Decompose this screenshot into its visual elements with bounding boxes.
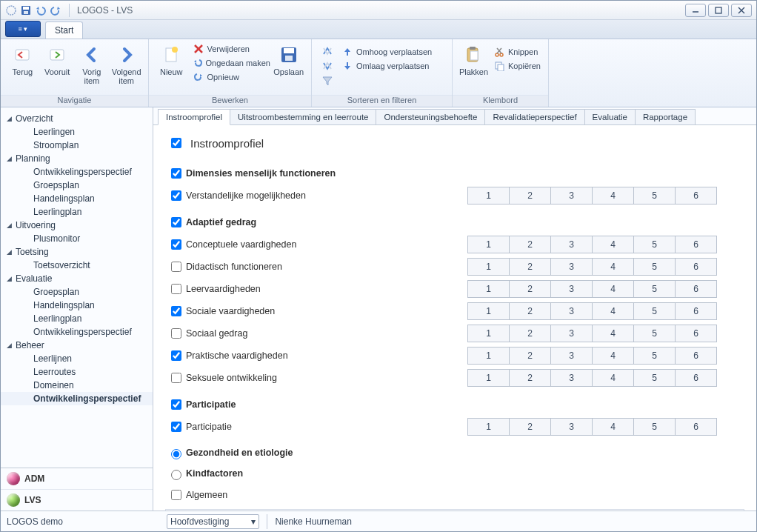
scale-cell[interactable]: 3 [550,347,593,365]
scale-cell[interactable]: 3 [550,280,593,298]
scale-cell[interactable]: 1 [467,347,510,365]
tree-item[interactable]: Leerlingplan [1,312,153,325]
nav-back-button[interactable]: Terug [5,42,40,78]
scale-cell[interactable]: 1 [467,302,510,320]
minimize-button[interactable] [685,4,706,17]
scale-cell[interactable]: 5 [633,369,676,387]
scale-cell[interactable]: 4 [592,280,634,298]
delete-button[interactable]: Verwijderen [190,42,271,56]
tree-item[interactable]: Ontwikkelingsperspectief [1,165,153,179]
scale-cell[interactable]: 5 [633,280,676,298]
tree-item[interactable]: Groepsplan [1,179,153,192]
scale-cell[interactable]: 6 [675,258,717,276]
scale-cell[interactable]: 1 [467,187,510,205]
scale-cell[interactable]: 2 [509,325,551,342]
save-icon[interactable] [20,4,32,16]
item-checkbox[interactable] [171,239,181,250]
redo-button[interactable]: Opnieuw [190,70,271,84]
scale-cell[interactable]: 4 [592,236,634,253]
app-backstage-button[interactable]: ≡ ▾ [5,21,41,37]
scale-cell[interactable]: 1 [467,325,510,342]
tree-item[interactable]: Leerroutes [1,365,153,379]
scale-cell[interactable]: 3 [550,258,593,276]
scale-cell[interactable]: 2 [509,347,551,365]
filter-icon[interactable] [321,75,333,87]
scale-cell[interactable]: 2 [509,369,551,387]
panel-title-checkbox[interactable] [171,138,181,148]
copy-button[interactable]: Kopiëren [490,59,544,73]
scale-cell[interactable]: 6 [675,347,717,365]
close-button[interactable] [731,4,752,17]
scale-cell[interactable]: 5 [633,236,676,253]
scale-cell[interactable]: 3 [550,369,593,387]
scale-cell[interactable]: 4 [592,258,634,276]
item-checkbox[interactable] [171,306,181,316]
section-adaptief-checkbox[interactable] [171,217,181,227]
scale-cell[interactable]: 4 [592,418,634,436]
sort-asc-icon[interactable] [321,45,333,57]
scale-cell[interactable]: 6 [675,369,717,387]
tree-item[interactable]: Groepsplan [1,285,153,299]
scale-cell[interactable]: 5 [633,187,676,205]
tree-item[interactable]: Ontwikkelingsperspectief [1,325,153,339]
location-combo[interactable]: Hoofdvestiging ▾ [167,514,259,529]
section-dimensies-checkbox[interactable] [171,168,181,179]
cut-button[interactable]: Knippen [490,45,544,59]
nav-forward-button[interactable]: Vooruit [40,42,75,78]
tree-group-planning[interactable]: ◢Planning [1,152,153,165]
content-tab[interactable]: Ondersteuningsbehoefte [376,109,485,124]
item-checkbox[interactable] [171,350,181,361]
app-menu-icon[interactable] [5,4,17,16]
tree-group-overzicht[interactable]: ◢Overzicht [1,112,153,125]
scale-cell[interactable]: 1 [467,236,510,253]
scale-cell[interactable]: 3 [550,302,593,320]
scale-cell[interactable]: 3 [550,236,593,253]
scale-cell[interactable]: 4 [592,187,634,205]
tree-group-evaluatie[interactable]: ◢Evaluatie [1,272,153,285]
move-down-button[interactable]: Omlaag verplaatsen [339,59,435,73]
scale-cell[interactable]: 6 [675,187,717,205]
scale-cell[interactable]: 2 [509,302,551,320]
scale-cell[interactable]: 3 [550,325,593,342]
scale-cell[interactable]: 6 [675,325,717,342]
content-tab[interactable]: Instroomprofiel [158,109,230,125]
new-button[interactable]: Nieuw [153,42,190,78]
sort-desc-icon[interactable] [321,60,333,72]
scale-cell[interactable]: 1 [467,258,510,276]
scale-cell[interactable]: 5 [633,418,676,436]
scale-cell[interactable]: 4 [592,325,634,342]
tree-group-beheer[interactable]: ◢Beheer [1,339,153,352]
scale-cell[interactable]: 5 [633,347,676,365]
scale-cell[interactable]: 4 [592,347,634,365]
tree-item[interactable]: Toetsoverzicht [1,259,153,272]
item-checkbox[interactable] [171,328,181,339]
nav-next-item-button[interactable]: Volgend item [109,42,144,87]
move-up-button[interactable]: Omhoog verplaatsen [339,45,435,59]
item-checkbox[interactable] [171,284,181,294]
scale-cell[interactable]: 2 [509,280,551,298]
tree-item[interactable]: Handelingsplan [1,192,153,205]
scale-cell[interactable]: 2 [509,187,551,205]
scale-cell[interactable]: 6 [675,302,717,320]
scale-cell[interactable]: 1 [467,369,510,387]
tree-group-toetsing[interactable]: ◢Toetsing [1,245,153,259]
undo-icon[interactable] [35,4,47,16]
tree-item[interactable]: Ontwikkelingsperspectief [1,392,153,405]
tree-item[interactable]: Handelingsplan [1,299,153,312]
scale-cell[interactable]: 2 [509,258,551,276]
save-button[interactable]: Opslaan [271,42,307,78]
content-tab[interactable]: Evaluatie [584,109,636,124]
content-tab[interactable]: Rapportage [635,109,696,124]
maximize-button[interactable] [708,4,729,17]
scale-cell[interactable]: 3 [550,418,593,436]
scale-cell[interactable]: 2 [509,236,551,253]
scale-cell[interactable]: 5 [633,325,676,342]
item-checkbox[interactable] [171,422,181,432]
scale-cell[interactable]: 3 [550,187,593,205]
section-participatie-checkbox[interactable] [171,399,181,410]
redo-icon[interactable] [50,4,61,16]
content-body[interactable]: Instroomprofiel Dimensies menselijk func… [153,125,756,511]
scale-cell[interactable]: 5 [633,302,676,320]
module-adm[interactable]: ADM [1,468,153,490]
scale-cell[interactable]: 1 [467,418,510,436]
